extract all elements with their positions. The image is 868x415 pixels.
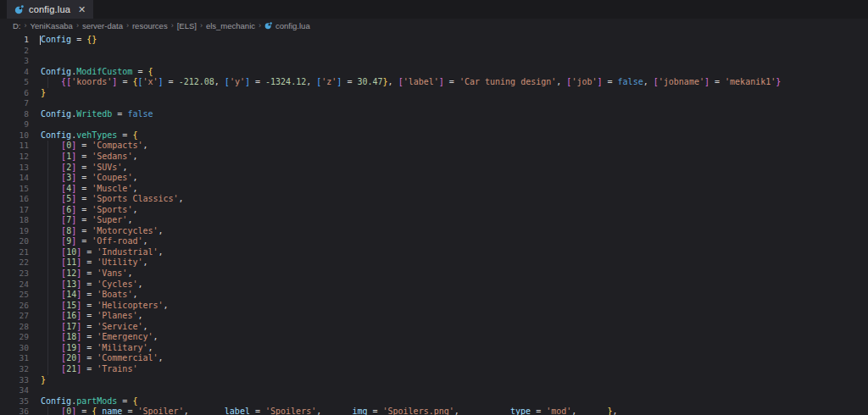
line-number[interactable]: 22 bbox=[0, 257, 29, 268]
code-line[interactable]: 26 [15] = 'Helicopters', bbox=[0, 301, 868, 312]
line-number[interactable]: 24 bbox=[0, 279, 29, 290]
code-line[interactable]: 22 [11] = 'Utility', bbox=[0, 257, 868, 268]
code-line[interactable]: 34 bbox=[0, 385, 868, 396]
line-number[interactable]: 1 bbox=[0, 35, 29, 46]
code-line[interactable]: 5 {['koords'] = {['x'] = -212.08, ['y'] … bbox=[0, 77, 868, 88]
code-line[interactable]: 13 [2] = 'SUVs', bbox=[0, 163, 868, 174]
line-number[interactable]: 29 bbox=[0, 332, 29, 343]
code-line[interactable]: 1Config = {} bbox=[0, 35, 868, 46]
code-line[interactable]: 10Config.vehTypes = { bbox=[0, 130, 868, 141]
code-line[interactable]: 35Config.partMods = { bbox=[0, 396, 868, 407]
line-number[interactable]: 9 bbox=[0, 119, 29, 130]
breadcrumb-item[interactable]: server-data bbox=[82, 21, 123, 30]
code-token bbox=[41, 290, 61, 299]
code-line[interactable]: 17 [6] = 'Sports', bbox=[0, 205, 868, 216]
breadcrumb-item[interactable]: resources bbox=[132, 21, 168, 30]
code-line[interactable]: 23 [12] = 'Vans', bbox=[0, 268, 868, 279]
line-number[interactable]: 25 bbox=[0, 290, 29, 301]
line-number[interactable]: 32 bbox=[0, 364, 29, 375]
line-number[interactable]: 31 bbox=[0, 353, 29, 364]
line-number[interactable]: 33 bbox=[0, 375, 29, 386]
code-text: Config = {} bbox=[41, 35, 868, 46]
close-icon[interactable]: ✕ bbox=[78, 5, 86, 14]
line-number[interactable]: 35 bbox=[0, 396, 29, 407]
code-token: ModifCustom bbox=[76, 67, 132, 76]
line-number[interactable]: 20 bbox=[0, 236, 29, 247]
indent-guide bbox=[47, 205, 48, 216]
breadcrumb-item[interactable]: els_mechanic bbox=[206, 21, 255, 30]
line-number[interactable]: 36 bbox=[0, 407, 29, 415]
line-number[interactable]: 28 bbox=[0, 322, 29, 333]
line-number[interactable]: 17 bbox=[0, 205, 29, 216]
code-token: img bbox=[352, 407, 367, 415]
line-number[interactable]: 30 bbox=[0, 343, 29, 354]
code-line[interactable]: 30 [19] = 'Military', bbox=[0, 343, 868, 354]
code-line[interactable]: 12 [1] = 'Sedans', bbox=[0, 152, 868, 163]
code-line[interactable]: 9 bbox=[0, 119, 868, 130]
code-line[interactable]: 28 [17] = 'Service', bbox=[0, 322, 868, 333]
line-number[interactable]: 2 bbox=[0, 46, 29, 57]
breadcrumb-item[interactable]: YeniKasaba bbox=[31, 21, 73, 30]
code-line[interactable]: 3 bbox=[0, 56, 868, 67]
code-token: , bbox=[127, 215, 132, 224]
code-token: = bbox=[76, 141, 92, 150]
line-number[interactable]: 5 bbox=[0, 77, 29, 88]
line-number[interactable]: 12 bbox=[0, 152, 29, 163]
line-number[interactable]: 14 bbox=[0, 173, 29, 184]
code-line[interactable]: 16 [5] = 'Sports Classics', bbox=[0, 194, 868, 205]
code-text: [18] = 'Emergency', bbox=[41, 332, 868, 343]
breadcrumb-item-file[interactable]: config.lua bbox=[264, 21, 310, 30]
line-number[interactable]: 8 bbox=[0, 109, 29, 120]
code-line[interactable]: 33} bbox=[0, 375, 868, 386]
line-number[interactable]: 4 bbox=[0, 67, 29, 78]
code-line[interactable]: 31 [20] = 'Commercial', bbox=[0, 353, 868, 364]
line-number[interactable]: 21 bbox=[0, 247, 29, 258]
code-line[interactable]: 27 [16] = 'Planes', bbox=[0, 311, 868, 322]
code-line[interactable]: 24 [13] = 'Cycles', bbox=[0, 279, 868, 290]
code-text: } bbox=[41, 375, 868, 386]
line-number[interactable]: 6 bbox=[0, 88, 29, 99]
code-line[interactable]: 2 bbox=[0, 46, 868, 57]
line-number[interactable]: 10 bbox=[0, 130, 29, 141]
code-line[interactable]: 4Config.ModifCustom = { bbox=[0, 67, 868, 78]
line-number[interactable]: 3 bbox=[0, 56, 29, 67]
code-line[interactable]: 36 [0] = { name = 'Spoiler', label = 'Sp… bbox=[0, 407, 868, 415]
indent-guide bbox=[47, 257, 48, 268]
code-line[interactable]: 19 [8] = 'Motorcycles', bbox=[0, 226, 868, 237]
code-token: , bbox=[612, 407, 617, 415]
chevron-right-icon: › bbox=[200, 21, 203, 30]
line-number[interactable]: 34 bbox=[0, 385, 29, 396]
breadcrumb-item[interactable]: D: bbox=[13, 21, 21, 30]
code-line[interactable]: 6} bbox=[0, 88, 868, 99]
code-line[interactable]: 8Config.Writedb = false bbox=[0, 109, 868, 120]
tab-config-lua[interactable]: config.lua ✕ bbox=[7, 0, 93, 19]
code-line[interactable]: 20 [9] = 'Off-road', bbox=[0, 236, 868, 247]
line-number[interactable]: 27 bbox=[0, 311, 29, 322]
code-token: = bbox=[132, 67, 147, 76]
line-number[interactable]: 15 bbox=[0, 184, 29, 195]
line-number[interactable]: 16 bbox=[0, 194, 29, 205]
line-number[interactable]: 19 bbox=[0, 226, 29, 237]
code-line[interactable]: 25 [14] = 'Boats', bbox=[0, 290, 868, 301]
code-line[interactable]: 11 [0] = 'Compacts', bbox=[0, 141, 868, 152]
line-number[interactable]: 23 bbox=[0, 268, 29, 279]
code-token: 18 bbox=[66, 332, 76, 341]
line-number[interactable]: 11 bbox=[0, 141, 29, 152]
code-line[interactable]: 7 bbox=[0, 98, 868, 109]
code-token: 'Industrial' bbox=[97, 247, 158, 257]
code-token: 'Spoilers.png' bbox=[383, 407, 454, 415]
code-token: = bbox=[81, 353, 97, 362]
breadcrumb-item[interactable]: [ELS] bbox=[177, 21, 197, 30]
code-line[interactable]: 15 [4] = 'Muscle', bbox=[0, 184, 868, 195]
code-editor[interactable]: 1Config = {}234Config.ModifCustom = {5 {… bbox=[0, 32, 868, 415]
line-number[interactable]: 18 bbox=[0, 215, 29, 226]
code-line[interactable]: 14 [3] = 'Coupes', bbox=[0, 173, 868, 184]
line-number[interactable]: 7 bbox=[0, 98, 29, 109]
code-line[interactable]: 21 [10] = 'Industrial', bbox=[0, 247, 868, 258]
line-number[interactable]: 26 bbox=[0, 301, 29, 312]
breadcrumb: D:›YeniKasaba›server-data›resources›[ELS… bbox=[0, 19, 868, 32]
code-line[interactable]: 32 [21] = 'Trains' bbox=[0, 364, 868, 375]
code-line[interactable]: 18 [7] = 'Super', bbox=[0, 215, 868, 226]
code-line[interactable]: 29 [18] = 'Emergency', bbox=[0, 332, 868, 343]
line-number[interactable]: 13 bbox=[0, 163, 29, 174]
